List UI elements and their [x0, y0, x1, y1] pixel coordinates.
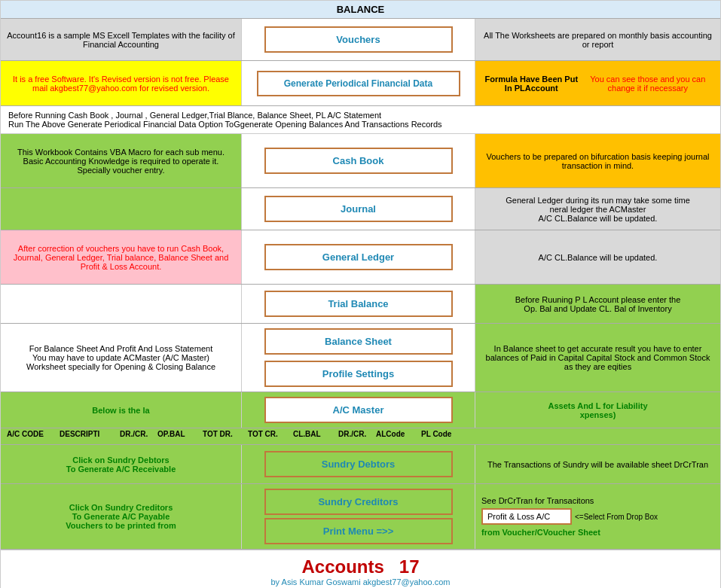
ps-button[interactable]: Profile Settings [264, 361, 453, 387]
pl-row: <=Select From Drop Box [481, 508, 658, 525]
bs-button[interactable]: Balance Sheet [264, 328, 453, 355]
col-plcode: PL Code [421, 430, 466, 443]
col-drcr: DR./CR. [120, 430, 157, 443]
col-opbal: OP.BAL [157, 430, 203, 443]
gl-right-text: A/C CL.Balance will be updated. [475, 230, 720, 284]
bs-ps-container: Balance Sheet Profile Settings [242, 324, 475, 391]
pl-input[interactable] [481, 508, 572, 525]
info-row: Before Running Cash Book , Journal , Gen… [1, 106, 720, 134]
sd-right-text: The Transactions of Sundry will be avail… [475, 445, 720, 483]
balance-label: BALANCE [337, 4, 385, 15]
cashbook-left-text: This Workbook Contains VBA Macro for eac… [1, 134, 242, 187]
vouchers-button[interactable]: Vouchers [264, 26, 453, 53]
journal-right-text: General Ledger during its run may take s… [475, 188, 720, 230]
col-clbal: CL.BAL [293, 430, 338, 443]
vouchers-right-text: All The Worksheets are prepared on month… [475, 19, 720, 60]
cashbook-button-container: Cash Book [242, 134, 475, 187]
col-accode: A/C CODE [7, 430, 60, 443]
tb-button-container: Trial Balance [242, 285, 475, 323]
gl-left-text: After correction of vouchers you have to… [1, 230, 242, 284]
footer-title: Accounts 17 [7, 556, 714, 577]
generate-left-text: It is a free Software. It's Revised vers… [1, 61, 242, 105]
gl-button-container: General Ledger [242, 230, 475, 284]
col-alcode: ALCode [376, 430, 421, 443]
generate-button[interactable]: Generate Periodical Financial Data [257, 71, 460, 96]
sc-pm-container: Sundry Creditors Print Menu =>> [242, 484, 475, 549]
pm-button[interactable]: Print Menu =>> [264, 518, 453, 544]
generate-button-container: Generate Periodical Financial Data [242, 61, 475, 105]
acmaster-button[interactable]: A/C Master [264, 397, 453, 423]
acmaster-header-right: Assets And L for Liability xpenses) [475, 392, 720, 428]
footer-sub: by Asis Kumar Goswami akgbest77@yahoo.co… [7, 577, 714, 586]
generate-right-text: Formula Have Been Put In PLAccount You c… [475, 61, 720, 105]
acmaster-button-container: A/C Master [242, 392, 475, 428]
journal-button[interactable]: Journal [264, 196, 453, 222]
sc-button[interactable]: Sundry Creditors [264, 489, 453, 515]
vouchers-button-container: Vouchers [242, 19, 475, 60]
col-totdr: TOT DR. [203, 430, 248, 443]
bs-right-text: In Balance sheet to get accurate result … [475, 324, 720, 391]
select-text: <=Select From Drop Box [575, 513, 658, 521]
gl-button[interactable]: General Ledger [264, 244, 453, 270]
col-descripti: DESCRIPTI [60, 430, 120, 443]
sd-left-text: Click on Sundry Debtors To Generate A/C … [1, 445, 242, 483]
bs-left-text: For Balance Sheet And Profit And Loss St… [1, 324, 242, 391]
balance-header: BALANCE [1, 1, 720, 19]
footer: Accounts 17 by Asis Kumar Goswami akgbes… [1, 550, 720, 588]
tb-left [1, 285, 242, 323]
acmaster-columns: A/C CODE DESCRIPTI DR./CR. OP.BAL TOT DR… [1, 430, 720, 443]
sd-button[interactable]: Sundry Debtors [264, 451, 453, 477]
sd-button-container: Sundry Debtors [242, 445, 475, 483]
journal-button-container: Journal [242, 188, 475, 230]
col-totcr: TOT CR. [248, 430, 293, 443]
cashbook-button[interactable]: Cash Book [264, 148, 453, 174]
sc-left-text: Click On Sundry Creditors To Generate A/… [1, 484, 242, 549]
journal-left [1, 188, 242, 230]
acmaster-header-left: Below is the la [1, 392, 242, 428]
vouchers-left-text: Account16 is a sample MS Excell Template… [1, 19, 242, 60]
tb-button[interactable]: Trial Balance [264, 291, 453, 317]
tb-right-text: Before Ruuning P L Account please enter … [475, 285, 720, 323]
col-drcr2: DR./CR. [338, 430, 376, 443]
cashbook-right-text: Vouchers to be prepared on bifurcation b… [475, 134, 720, 187]
sc-right-text: See DrCrTran for Transacitons <=Select F… [475, 484, 720, 549]
